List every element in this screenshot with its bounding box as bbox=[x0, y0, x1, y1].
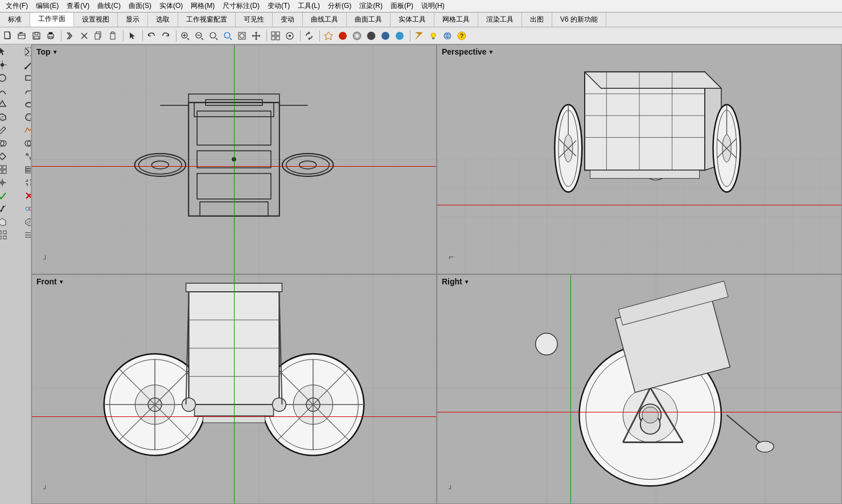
sidebar-bool2[interactable] bbox=[16, 137, 32, 150]
menu-mesh[interactable]: 网格(M) bbox=[187, 0, 218, 12]
tb-grid[interactable] bbox=[269, 29, 282, 43]
tab-standard[interactable]: 标准 bbox=[0, 13, 30, 27]
sidebar-topo2[interactable] bbox=[16, 229, 32, 241]
tb-color-ocean[interactable] bbox=[393, 29, 406, 43]
tab-setview[interactable]: 设置视图 bbox=[74, 13, 118, 27]
menu-curve[interactable]: 曲线(C) bbox=[94, 0, 124, 12]
tb-print[interactable] bbox=[44, 29, 57, 43]
tab-surface-tools[interactable]: 曲面工具 bbox=[347, 13, 391, 27]
menu-help[interactable]: 说明(H) bbox=[418, 0, 448, 12]
tb-cursor[interactable] bbox=[125, 29, 139, 43]
sidebar-point[interactable] bbox=[0, 59, 15, 71]
viewport-front-arrow[interactable]: ▼ bbox=[59, 279, 64, 285]
tb-paste[interactable] bbox=[106, 29, 120, 43]
tab-mesh-tools[interactable]: 网格工具 bbox=[434, 13, 478, 27]
viewport-top-arrow[interactable]: ▼ bbox=[52, 49, 58, 55]
sidebar-topo1[interactable] bbox=[0, 229, 15, 241]
sidebar-solid1[interactable] bbox=[0, 111, 15, 123]
menu-solid[interactable]: 实体(O) bbox=[156, 0, 186, 12]
tb-snap[interactable] bbox=[283, 29, 297, 43]
svg-rect-80 bbox=[0, 236, 1, 239]
tb-target[interactable] bbox=[412, 29, 426, 43]
tb-globe[interactable] bbox=[441, 29, 454, 43]
tb-color-blue[interactable] bbox=[379, 29, 392, 43]
tab-solid-tools[interactable]: 实体工具 bbox=[391, 13, 434, 27]
tb-light[interactable] bbox=[426, 29, 440, 43]
tab-transform[interactable]: 变动 bbox=[273, 13, 303, 27]
tb-zoom-all[interactable] bbox=[207, 29, 220, 43]
tb-zoom-in[interactable] bbox=[178, 29, 192, 43]
tb-help[interactable]: ? bbox=[455, 29, 469, 43]
menu-surface[interactable]: 曲面(S) bbox=[125, 0, 155, 12]
menu-view[interactable]: 查看(V) bbox=[63, 0, 93, 12]
sidebar-box1[interactable] bbox=[0, 216, 15, 228]
menu-file[interactable]: 文件(F) bbox=[2, 0, 31, 12]
tab-render-tools[interactable]: 渲染工具 bbox=[478, 13, 522, 27]
sidebar-transform2[interactable] bbox=[16, 150, 32, 163]
tb-new[interactable] bbox=[1, 29, 15, 43]
tb-rotate-view[interactable] bbox=[302, 29, 316, 43]
sidebar-arc[interactable] bbox=[0, 85, 15, 97]
tb-zoom-window[interactable] bbox=[235, 29, 249, 43]
tb-color-red[interactable] bbox=[336, 29, 350, 43]
sidebar-line[interactable] bbox=[16, 59, 32, 71]
tb-delete[interactable] bbox=[77, 29, 91, 43]
tab-visibility[interactable]: 可见性 bbox=[236, 13, 273, 27]
viewport-front[interactable]: Front ▼ bbox=[31, 274, 437, 504]
tab-curve-tools[interactable]: 曲线工具 bbox=[303, 13, 347, 27]
viewport-top[interactable]: Top ▼ bbox=[31, 44, 437, 274]
tab-v6-new[interactable]: V6 的新功能 bbox=[552, 13, 606, 27]
tab-viewport-config[interactable]: 工作视窗配置 bbox=[178, 13, 236, 27]
menu-dimension[interactable]: 尺寸标注(D) bbox=[219, 0, 263, 12]
tb-color-sphere[interactable] bbox=[364, 29, 378, 43]
sidebar-transform1[interactable] bbox=[0, 150, 15, 163]
sidebar-snap1[interactable] bbox=[0, 176, 15, 189]
tb-color-circle[interactable] bbox=[350, 29, 364, 43]
menu-render[interactable]: 渲染(R) bbox=[356, 0, 386, 12]
menu-tools[interactable]: 工具(L) bbox=[294, 0, 323, 12]
sidebar-spline[interactable] bbox=[16, 85, 32, 97]
viewport-right[interactable]: Right ▼ bbox=[437, 274, 842, 504]
svg-point-90 bbox=[282, 154, 334, 176]
viewport-perspective[interactable]: Perspective ▼ bbox=[437, 44, 842, 274]
sidebar-select-all[interactable] bbox=[16, 46, 32, 58]
tab-workplane[interactable]: 工作平面 bbox=[30, 13, 74, 27]
viewport-right-arrow[interactable]: ▼ bbox=[464, 279, 470, 285]
sidebar-circle[interactable] bbox=[0, 72, 15, 84]
menu-panels[interactable]: 面板(P) bbox=[387, 0, 417, 12]
sidebar-layer[interactable] bbox=[16, 163, 32, 176]
tb-redo[interactable] bbox=[159, 29, 172, 43]
viewport-perspective-arrow[interactable]: ▼ bbox=[488, 49, 494, 55]
sidebar-rect[interactable] bbox=[16, 72, 32, 84]
menu-transform[interactable]: 变动(T) bbox=[264, 0, 293, 12]
tb-copy[interactable] bbox=[92, 29, 105, 43]
tb-zoom-out[interactable] bbox=[192, 29, 206, 43]
sidebar-x[interactable] bbox=[16, 189, 32, 202]
sidebar-grid-toggle[interactable] bbox=[0, 163, 15, 176]
sidebar-snap2[interactable] bbox=[16, 176, 32, 189]
tab-display[interactable]: 显示 bbox=[118, 13, 148, 27]
tb-save[interactable] bbox=[30, 29, 43, 43]
sidebar-bool1[interactable] bbox=[0, 137, 15, 150]
tb-undo[interactable] bbox=[145, 29, 158, 43]
sidebar-solid2[interactable] bbox=[16, 111, 32, 123]
sidebar-dimension2[interactable] bbox=[16, 203, 32, 215]
sidebar-box2[interactable] bbox=[16, 216, 32, 228]
tb-open[interactable] bbox=[15, 29, 29, 43]
tb-pin[interactable] bbox=[322, 29, 335, 43]
menu-edit[interactable]: 编辑(E) bbox=[32, 0, 62, 12]
sidebar-surface1[interactable] bbox=[0, 98, 15, 110]
tab-select[interactable]: 选取 bbox=[148, 13, 178, 27]
tb-zoom-selected[interactable] bbox=[221, 29, 235, 43]
sidebar-cursor[interactable] bbox=[0, 46, 15, 58]
sidebar-edit2[interactable] bbox=[16, 124, 32, 137]
tb-pan[interactable] bbox=[249, 29, 263, 43]
svg-point-36 bbox=[381, 32, 389, 40]
sidebar-surface2[interactable] bbox=[16, 98, 32, 110]
tb-cut[interactable] bbox=[63, 29, 77, 43]
sidebar-check[interactable] bbox=[0, 189, 15, 202]
menu-analyze[interactable]: 分析(G) bbox=[325, 0, 355, 12]
sidebar-dimension1[interactable] bbox=[0, 203, 15, 215]
sidebar-edit1[interactable] bbox=[0, 124, 15, 137]
tab-layout[interactable]: 出图 bbox=[522, 13, 552, 27]
